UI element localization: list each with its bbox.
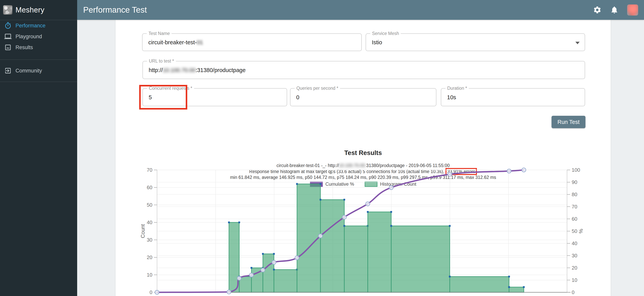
concurrent-requests-field[interactable]: Concurrent requests * 5 (142, 88, 287, 106)
concurrent-requests-label: Concurrent requests * (147, 86, 194, 91)
masked-text: 01 (197, 39, 203, 45)
run-test-button[interactable]: Run Test (552, 116, 586, 128)
results-title: Test Results (116, 149, 611, 157)
brand-name: Meshery (16, 6, 44, 14)
duration-label: Duration * (446, 86, 469, 91)
masked-text: 10.100.70.00: (339, 163, 366, 168)
legend-label-histogram: Histogram: Count (380, 181, 416, 187)
sidebar-item-label: Playground (16, 34, 42, 40)
gear-icon[interactable] (593, 6, 602, 14)
test-name-label: Test Name (147, 31, 172, 36)
chart-image-icon (4, 44, 12, 51)
chart-legend: Cumulative % Histogram: Count (116, 181, 611, 187)
sidebar-divider (0, 82, 77, 82)
url-field[interactable]: URL to test * http://10.100.70.00:31380/… (142, 61, 585, 79)
url-label: URL to test * (147, 58, 176, 64)
legend-label-cumulative: Cumulative % (326, 181, 354, 187)
masked-text: 10.100.70.00 (163, 67, 196, 73)
results-summary: circuit-breaker-test-01 -_- http://10.10… (116, 163, 611, 180)
sidebar-item-label: Results (16, 45, 33, 51)
sidebar-item-label: Performance (16, 23, 46, 29)
results-line-1: circuit-breaker-test-01 -_- http://10.10… (116, 163, 611, 168)
service-mesh-select[interactable]: Service Mesh Istio (366, 33, 585, 51)
legend-swatch-histogram (365, 182, 378, 187)
sidebar: Meshery Performance Playground Results C… (0, 0, 77, 296)
qps-field[interactable]: Queries per second * 0 (290, 88, 436, 106)
brand[interactable]: Meshery (0, 0, 77, 20)
chevron-down-icon (575, 42, 580, 44)
app-header: Performance Test (77, 0, 644, 20)
sidebar-item-results[interactable]: Results (0, 42, 77, 53)
bell-icon[interactable] (610, 6, 618, 14)
main-content: Test Name circuit-breaker-test-01 Servic… (77, 20, 644, 296)
service-mesh-label: Service Mesh (370, 31, 401, 36)
qps-label: Queries per second * (295, 86, 340, 91)
sidebar-item-performance[interactable]: Performance (0, 20, 77, 31)
results-line-3: min 61.842 ms, average 146.925 ms, p50 1… (116, 175, 611, 180)
legend-swatch-cumulative (310, 182, 323, 187)
test-name-field[interactable]: Test Name circuit-breaker-test-01 (142, 33, 362, 51)
laptop-icon (4, 33, 12, 40)
meshery-logo-icon (3, 5, 12, 15)
user-avatar[interactable] (627, 5, 638, 16)
exit-to-app-icon (4, 67, 12, 74)
page-title: Performance Test (77, 5, 147, 15)
sidebar-item-playground[interactable]: Playground (0, 31, 77, 42)
sidebar-item-community[interactable]: Community (0, 65, 77, 76)
duration-field[interactable]: Duration * 10s (441, 88, 585, 106)
highlight-box-errors: 33.91% errors (446, 168, 477, 175)
timer-icon (4, 22, 12, 29)
sidebar-item-label: Community (16, 68, 42, 74)
results-line-2: Response time histogram at max target qp… (116, 168, 611, 175)
performance-test-card: Test Name circuit-breaker-test-01 Servic… (116, 20, 611, 296)
